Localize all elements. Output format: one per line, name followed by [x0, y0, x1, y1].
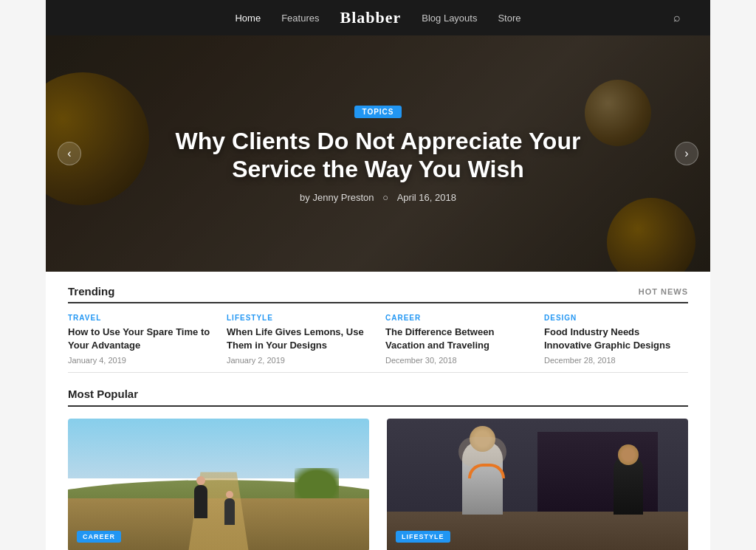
hero-prev-button[interactable]: ‹ — [58, 142, 81, 165]
hero-separator: ○ — [382, 192, 388, 203]
trending-title: Trending — [68, 285, 114, 298]
hero-content: TOPICS Why Clients Do Not Appreciate You… — [157, 104, 599, 204]
popular-card-1: CAREER What Keeps Us Going: Find Your Wa… — [68, 419, 369, 550]
trending-header: Trending HOT NEWS — [68, 285, 688, 303]
navigation: Home Features Blabber Blog Layouts Store… — [46, 0, 710, 35]
trending-item-3: CAREER The Difference Between Vacation a… — [385, 314, 529, 365]
popular-section: Most Popular — [68, 373, 688, 550]
trending-date-1: January 4, 2019 — [68, 356, 212, 365]
trending-title-4[interactable]: Food Industry Needs Innovative Graphic D… — [544, 326, 688, 352]
trending-title-3[interactable]: The Difference Between Vacation and Trav… — [385, 326, 529, 352]
popular-title: Most Popular — [68, 388, 138, 400]
card-image-1: CAREER — [68, 419, 369, 550]
popular-header: Most Popular — [68, 388, 688, 407]
trending-date-2: January 2, 2019 — [227, 356, 371, 365]
trending-date-4: December 28, 2018 — [544, 356, 688, 365]
card-badge-2: LIFESTYLE — [396, 531, 450, 543]
hero-meta: by Jenny Preston ○ April 16, 2018 — [171, 192, 585, 203]
trending-item-1: TRAVEL How to Use Your Spare Time to You… — [68, 314, 212, 365]
hero-author: by Jenny Preston — [300, 192, 374, 203]
hero-next-button[interactable]: › — [675, 142, 698, 165]
trending-item-2: LIFESTYLE When Life Gives Lemons, Use Th… — [227, 314, 371, 365]
trending-category-3: CAREER — [385, 314, 529, 322]
site-logo[interactable]: Blabber — [340, 8, 401, 27]
card-badge-1: CAREER — [77, 531, 121, 543]
popular-grid: CAREER What Keeps Us Going: Find Your Wa… — [68, 419, 688, 550]
hero-section: TOPICS Why Clients Do Not Appreciate You… — [46, 35, 710, 272]
nav-links: Home Features Blabber Blog Layouts Store — [235, 8, 520, 27]
hero-badge: TOPICS — [354, 106, 401, 118]
trending-category-2: LIFESTYLE — [227, 314, 371, 322]
trending-section: Trending HOT NEWS TRAVEL How to Use Your… — [68, 272, 688, 373]
hero-date: April 16, 2018 — [397, 192, 456, 203]
hero-title: Why Clients Do Not Appreciate Your Servi… — [171, 127, 585, 184]
nav-home[interactable]: Home — [235, 13, 261, 24]
nav-store[interactable]: Store — [498, 13, 520, 24]
search-icon[interactable]: ⌕ — [673, 11, 681, 24]
nav-features[interactable]: Features — [281, 13, 319, 24]
card-image-2: LIFESTYLE — [387, 419, 688, 550]
trending-category-1: TRAVEL — [68, 314, 212, 322]
trending-item-4: DESIGN Food Industry Needs Innovative Gr… — [544, 314, 688, 365]
trending-title-2[interactable]: When Life Gives Lemons, Use Them in Your… — [227, 326, 371, 352]
trending-date-3: December 30, 2018 — [385, 356, 529, 365]
hot-news-label: HOT NEWS — [639, 287, 688, 296]
trending-grid: TRAVEL How to Use Your Spare Time to You… — [68, 314, 688, 365]
trending-category-4: DESIGN — [544, 314, 688, 322]
popular-card-2: LIFESTYLE There Is No Way People Can Tak… — [387, 419, 688, 550]
nav-blog-layouts[interactable]: Blog Layouts — [422, 13, 477, 24]
trending-title-1[interactable]: How to Use Your Spare Time to Your Advan… — [68, 326, 212, 352]
